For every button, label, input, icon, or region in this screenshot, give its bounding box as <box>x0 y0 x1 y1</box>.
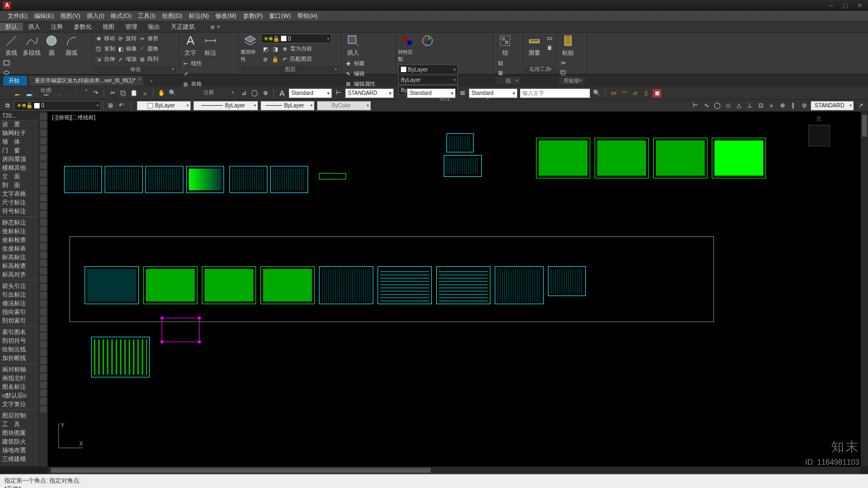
layer-lock-icon[interactable]: 🔒 <box>271 55 279 63</box>
gutter-icon[interactable] <box>40 374 47 380</box>
gutter-icon[interactable] <box>40 121 47 128</box>
line-button[interactable]: 直线 <box>2 34 21 57</box>
gutter-icon[interactable] <box>40 170 47 177</box>
gutter-icon[interactable] <box>40 187 47 193</box>
scrollbar-thumb[interactable] <box>51 468 431 473</box>
osnap1-icon[interactable]: ⊢ <box>691 101 700 110</box>
sidebar-item[interactable]: 符号标注 <box>0 207 39 216</box>
scrollbar-horizontal[interactable] <box>48 466 860 474</box>
ribbon-tab-manage[interactable]: 管理 <box>120 23 143 31</box>
multileader-icon[interactable]: ↗ <box>856 101 865 110</box>
sidebar-item[interactable]: 画指北针 <box>0 374 39 383</box>
layer2-dropdown[interactable]: ☀❄🔓0 <box>14 101 101 111</box>
lineweight-dropdown[interactable]: ByLayer <box>398 75 458 85</box>
table-icon[interactable]: ⊞ <box>181 80 190 88</box>
sidebar-item[interactable]: 文字表格 <box>0 190 39 198</box>
sidebar-item[interactable]: 标高对齐 <box>0 271 39 279</box>
scrollbar-thumb[interactable] <box>862 115 867 137</box>
layerstate-icon[interactable]: ⊞ <box>106 101 114 110</box>
gutter-icon[interactable] <box>40 235 47 242</box>
sidebar-item[interactable]: 加折断线 <box>0 354 39 363</box>
pan-icon[interactable]: ✋ <box>157 89 166 98</box>
sidebar-item[interactable]: 门 窗 <box>0 146 39 155</box>
insert-button[interactable]: 插入 <box>344 34 362 57</box>
panel-modify-title[interactable]: 修改 <box>94 66 176 73</box>
dim5-icon[interactable]: ◯ <box>250 89 259 98</box>
plot-dropdown[interactable]: ByColor <box>317 101 371 111</box>
ribbon-tab-view[interactable]: 视图 <box>97 23 120 31</box>
sidebar-item[interactable]: 图层控制 <box>0 412 39 420</box>
redo-icon[interactable]: ↷ <box>91 89 100 98</box>
menu-modify[interactable]: 修改(M) <box>212 12 240 20</box>
gutter-icon[interactable] <box>40 406 47 413</box>
gutter-icon[interactable] <box>40 276 47 282</box>
text-button[interactable]: A文字 <box>181 34 200 57</box>
panel-group-title[interactable]: 组 <box>496 77 520 85</box>
edit-block-icon[interactable]: ✎ <box>344 69 353 78</box>
dimstyle-dropdown[interactable]: STANDARD <box>345 88 394 98</box>
osnap8-icon[interactable]: × <box>767 101 776 110</box>
gutter-icon[interactable] <box>40 130 47 136</box>
create-block-icon[interactable]: ✚ <box>344 59 353 68</box>
gutter-icon[interactable] <box>40 203 47 209</box>
search-icon[interactable]: 🔍 <box>592 89 601 98</box>
sidebar-header[interactable]: T20... <box>0 112 39 120</box>
gutter-icon[interactable] <box>40 252 47 258</box>
gutter-icon[interactable] <box>40 292 47 299</box>
gutter-icon[interactable] <box>40 178 47 185</box>
gutter-icon[interactable] <box>40 146 47 152</box>
zoom-icon[interactable]: 🔍 <box>168 89 177 98</box>
layerprop-button[interactable]: 图层特性 <box>241 34 259 63</box>
osnap3-icon[interactable]: ◯ <box>713 101 722 110</box>
menu-view[interactable]: 视图(V) <box>57 12 84 20</box>
menu-tools[interactable]: 工具(I) <box>135 12 158 20</box>
sidebar-item[interactable]: 剖 面 <box>0 181 39 190</box>
status3-icon[interactable]: ▱ <box>631 89 640 98</box>
panel-clip-title[interactable]: 剪贴板 <box>559 77 584 85</box>
gutter-icon[interactable] <box>40 365 47 372</box>
sidebar-item[interactable]: 工 具 <box>0 420 39 429</box>
status1-icon[interactable]: ▭ <box>609 89 618 98</box>
viewport-label[interactable]: [-][俯视][二维线框] <box>52 114 95 121</box>
cut-icon[interactable]: ✂ <box>559 59 567 67</box>
cut2-icon[interactable]: ✂ <box>108 89 117 98</box>
sidebar-item[interactable]: 尺寸标注 <box>0 198 39 207</box>
gutter-icon[interactable] <box>40 309 47 315</box>
tab-add[interactable]: ＋ <box>145 76 157 86</box>
layer-match-icon[interactable]: ◩ <box>261 44 270 53</box>
gutter-icon[interactable] <box>40 341 47 348</box>
menu-file[interactable]: 文件(E) <box>4 12 31 20</box>
ribbon-tab-output[interactable]: 输出 <box>143 23 165 31</box>
std-dropdown[interactable]: STANDARD <box>810 101 854 111</box>
textstyle-icon[interactable]: A <box>278 89 286 98</box>
sidebar-item[interactable]: 建筑防火 <box>0 438 39 446</box>
drawing-viewport[interactable]: [-][俯视][二维线框] 北 <box>48 112 860 466</box>
layer-iso-icon[interactable]: ◨ <box>271 44 279 53</box>
arc-button[interactable]: 圆弧 <box>62 34 81 57</box>
sidebar-item[interactable]: 标高标注 <box>0 253 39 262</box>
navigation-cube[interactable]: 北 <box>801 115 839 153</box>
scale-icon[interactable]: ⤢ <box>116 55 125 63</box>
cube-icon[interactable] <box>808 125 830 146</box>
dimstyle-icon[interactable]: ⊢ <box>334 89 343 98</box>
sidebar-item[interactable]: 静态标注 <box>0 219 39 227</box>
status2-icon[interactable]: ◠ <box>620 89 629 98</box>
menu-format[interactable]: 格式(O) <box>107 12 135 20</box>
status4-icon[interactable]: ▯ <box>642 89 650 98</box>
color2-dropdown[interactable]: ByLayer <box>137 101 191 111</box>
close-button[interactable]: ✕ <box>854 2 865 9</box>
layer-dropdown[interactable]: ☀ ❄ 🔓 0 <box>261 34 331 43</box>
search-input[interactable] <box>520 88 590 98</box>
gutter-icon[interactable] <box>40 113 47 120</box>
gutter-icon[interactable] <box>40 219 47 226</box>
sidebar-item[interactable]: 楼梯其他 <box>0 164 39 172</box>
layerprev-icon[interactable]: ↶ <box>117 101 125 110</box>
paste-button[interactable]: 粘贴 <box>559 34 577 57</box>
measure-button[interactable]: 测量 <box>525 34 544 57</box>
ribbon-tab-insert[interactable]: 插入 <box>23 23 46 31</box>
rotate-icon[interactable]: ⟳ <box>116 34 125 43</box>
sidebar-item[interactable]: 墙 体 <box>0 138 39 146</box>
textstyle-dropdown[interactable]: Standard <box>289 88 332 98</box>
layerpal-icon[interactable]: ⧉ <box>3 101 12 110</box>
menu-window[interactable]: 窗口(W) <box>266 12 294 20</box>
